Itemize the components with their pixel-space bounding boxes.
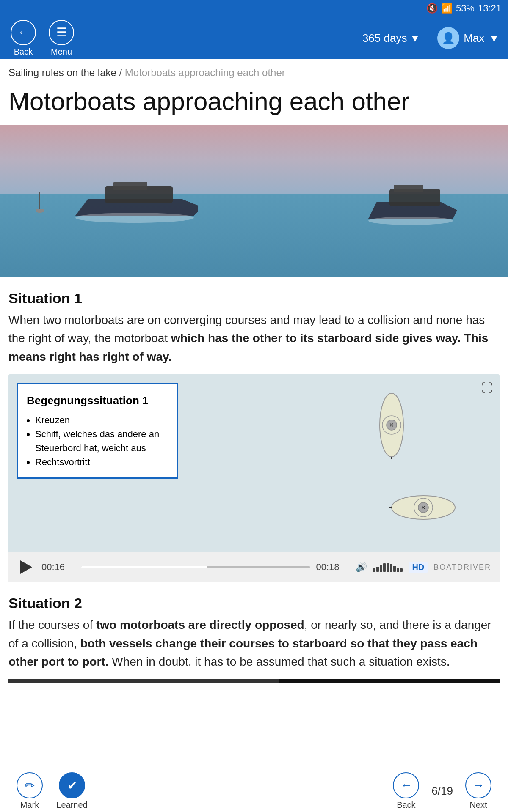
top-nav: ← Back ☰ Menu 365 days ▼ 👤 Max ▼ [0,17,508,59]
vbar-5 [387,563,389,572]
battery-label: 53% [456,3,475,14]
video-info-box: Begegnungssituation 1 Kreuzen Schiff, we… [17,383,178,479]
nav-back-icon: ← [393,772,419,798]
vbar-7 [393,566,396,572]
video-frame: Begegnungssituation 1 Kreuzen Schiff, we… [8,374,500,552]
mark-button[interactable]: ✏ Mark [13,772,47,810]
breadcrumb-parent[interactable]: Sailing rules on the lake [8,67,116,78]
wifi-icon: 📶 [441,3,453,14]
video-info-item-1: Kreuzen [35,413,168,427]
time-elapsed: 00:16 [41,562,75,573]
breadcrumb: Sailing rules on the lake / Motorboats a… [0,59,508,82]
svg-rect-6 [394,185,423,192]
video-info-title: Begegnungssituation 1 [27,392,168,409]
brand-text: BOATDRIVER [433,563,491,572]
vbar-9 [400,568,403,572]
back-label: Back [14,47,33,57]
time-total: 00:18 [316,562,350,573]
vbar-8 [397,568,399,572]
video-info-item-3: Rechtsvortritt [35,455,168,469]
reading-progress [8,679,500,683]
mark-label: Mark [20,800,39,810]
menu-label: Menu [51,47,72,57]
user-avatar: 👤 [437,27,459,49]
learned-button[interactable]: ✔ Learned [55,772,89,810]
video-boat-1: ✕ [377,391,406,459]
bottom-nav: ✏ Mark ✔ Learned ← Back 6/19 → Next [0,770,508,812]
days-dropdown-icon: ▼ [409,32,420,45]
nav-back-button[interactable]: ← Back [389,772,423,810]
status-bar: 🔇 📶 53% 13:21 [0,0,508,17]
pagination-controls: ← Back 6/19 → Next [389,772,495,810]
reading-progress-fill [8,679,279,683]
mute-icon: 🔇 [426,3,438,14]
menu-button[interactable]: ☰ Menu [47,20,76,57]
svg-point-3 [75,213,194,223]
days-label: 365 days [362,32,407,45]
learned-icon: ✔ [59,772,85,798]
video-info-item-2: Schiff, welches das andere an Steuerbord… [35,427,168,455]
situation2-text3: When in doubt, it has to be assumed that… [108,655,450,668]
hero-image [0,125,508,277]
back-button[interactable]: ← Back [8,20,38,57]
page-title: Motorboats approaching each other [0,82,508,125]
video-boat-2: ✕ [389,493,457,522]
motorboat-left [71,173,198,224]
play-icon [20,560,32,574]
nav-next-icon: → [465,772,491,798]
hd-badge: HD [409,562,428,573]
time-label: 13:21 [478,3,501,14]
content-area: Situation 1 When two motorboats are on c… [0,290,508,683]
situation2-text: If the courses of two motorboats are dir… [8,616,500,671]
situation1-text: When two motorboats are on converging co… [8,311,500,366]
video-progress-bar[interactable] [81,566,310,568]
nav-next-button[interactable]: → Next [461,772,495,810]
mark-icon: ✏ [17,772,43,798]
situation1-title: Situation 1 [8,290,500,307]
vbar-4 [383,563,386,572]
sailboat [36,192,44,214]
user-name: Max [464,32,484,45]
vbar-3 [380,565,382,572]
fullscreen-button[interactable]: ⛶ [481,381,493,395]
svg-text:✕: ✕ [421,504,426,511]
volume-bars [373,562,403,572]
page-counter: 6/19 [431,785,453,798]
back-icon: ← [11,20,36,45]
volume-icon[interactable]: 🔊 [356,562,367,573]
breadcrumb-separator: / [116,67,125,78]
motorboat-right [364,176,457,227]
breadcrumb-current: Motorboats approaching each other [125,67,285,78]
learned-label: Learned [56,800,87,810]
video-player[interactable]: Begegnungssituation 1 Kreuzen Schiff, we… [8,374,500,582]
situation2-title: Situation 2 [8,595,500,612]
svg-rect-2 [113,182,147,190]
video-info-list: Kreuzen Schiff, welches das andere an St… [27,413,168,469]
vbar-6 [390,564,392,572]
vbar-2 [376,567,379,572]
status-icons: 🔇 📶 53% 13:21 [426,3,501,14]
menu-icon: ☰ [49,20,74,45]
nav-next-label: Next [469,800,487,810]
days-selector[interactable]: 365 days ▼ [362,32,420,45]
vbar-1 [373,568,375,572]
svg-text:✕: ✕ [389,422,394,428]
svg-point-7 [368,217,453,225]
video-controls: 00:16 00:18 🔊 HD BOATDRIVER [8,552,500,582]
situation2-text1: If the courses of [8,618,96,631]
situation2-bold1: two motorboats are directly opposed [96,618,304,631]
nav-back-label: Back [397,800,415,810]
play-button[interactable] [17,558,36,576]
user-menu[interactable]: 👤 Max ▼ [437,27,500,49]
video-progress-fill [81,566,207,568]
user-dropdown-icon: ▼ [489,32,500,45]
